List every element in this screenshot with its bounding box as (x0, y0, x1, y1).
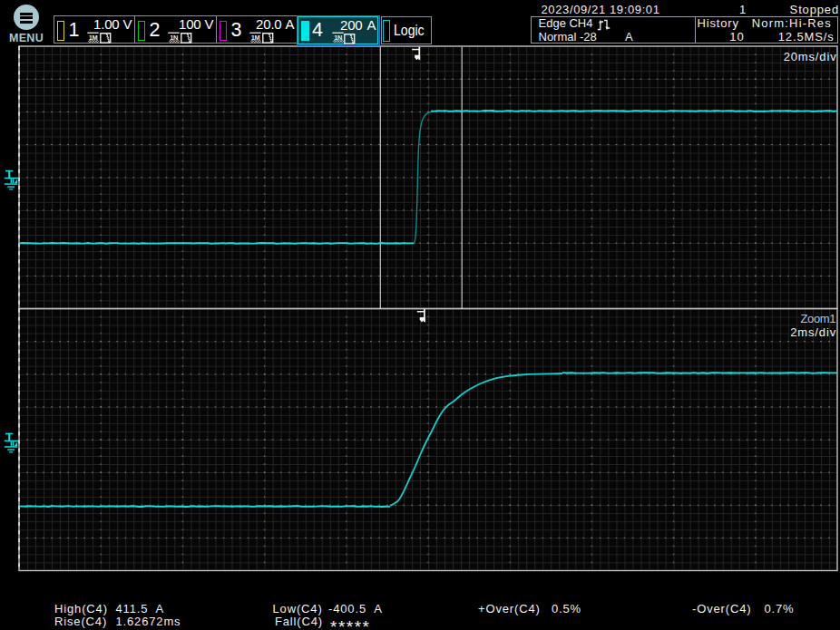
svg-text:1N: 1N (334, 34, 342, 42)
svg-text:1N: 1N (170, 33, 178, 41)
